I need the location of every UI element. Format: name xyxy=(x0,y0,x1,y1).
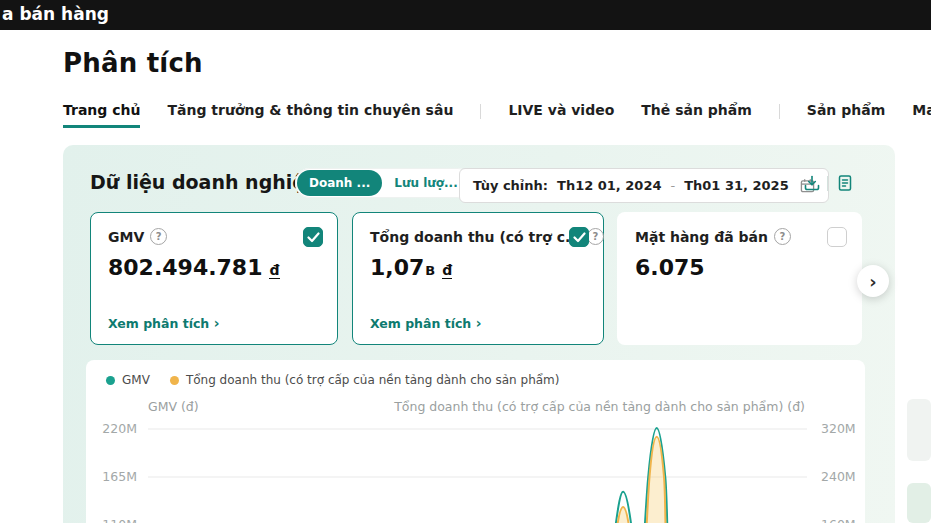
help-icon[interactable]: ? xyxy=(774,228,791,245)
currency-symbol: đ xyxy=(442,263,452,279)
panel-title: Dữ liệu doanh nghiệp xyxy=(90,171,319,193)
svg-text:220M: 220M xyxy=(102,421,137,436)
data-type-toggle: Doanh ... Lưu lượ... xyxy=(295,168,472,198)
date-range-start: Th12 01, 2024 xyxy=(557,178,661,193)
tab-marketing[interactable]: Marketing xyxy=(912,102,931,128)
metric-title: Tổng doanh thu (có trợ c... xyxy=(370,229,581,245)
metric-value: 1,07Bđ xyxy=(370,255,586,280)
top-nav-bar: a bán hàng xyxy=(0,0,931,30)
help-icon[interactable]: ? xyxy=(587,228,604,245)
tab-divider xyxy=(480,104,481,119)
svg-text:320M: 320M xyxy=(821,421,856,436)
line-chart-plot[interactable]: 220M320M165M240M110M160M xyxy=(86,360,865,523)
metric-checkbox[interactable] xyxy=(303,227,323,247)
download-icon[interactable] xyxy=(803,174,821,192)
metric-value: 802.494.781đ xyxy=(108,255,320,280)
metric-card-gmv[interactable]: GMV ? 802.494.781đ Xem phân tích › xyxy=(90,212,338,345)
metric-value: 6.075 xyxy=(635,255,844,280)
analytics-tabs: Trang chủ Tăng trưởng & thông tin chuyên… xyxy=(63,102,931,128)
toolbar-divider xyxy=(827,176,828,191)
metric-title: GMV xyxy=(108,229,144,245)
date-range-separator: - xyxy=(671,178,676,193)
carousel-next-button[interactable]: › xyxy=(857,265,889,297)
tab-live-video[interactable]: LIVE và video xyxy=(508,102,614,128)
report-icon[interactable] xyxy=(836,174,854,192)
business-chart-card: GMV Tổng doanh thu (có trợ cấp của nền t… xyxy=(86,360,865,523)
date-range-label: Tùy chỉnh: xyxy=(473,178,548,193)
chevron-right-icon: › xyxy=(214,315,220,331)
metric-card-items-sold[interactable]: Mặt hàng đã bán ? 6.075 xyxy=(617,212,862,345)
svg-text:160M: 160M xyxy=(821,517,856,523)
side-widget-fragment xyxy=(907,483,931,523)
metric-card-total-revenue[interactable]: Tổng doanh thu (có trợ c... ? 1,07Bđ Xem… xyxy=(352,212,604,345)
analytics-page: a bán hàng Phân tích Trang chủ Tăng trưở… xyxy=(0,0,931,523)
metric-checkbox[interactable] xyxy=(569,227,589,247)
seller-center-title[interactable]: a bán hàng xyxy=(2,1,109,27)
toggle-traffic-segment[interactable]: Lưu lượ... xyxy=(382,170,470,196)
tab-growth-insights[interactable]: Tăng trưởng & thông tin chuyên sâu xyxy=(167,102,453,128)
tab-product-card[interactable]: Thẻ sản phẩm xyxy=(641,102,752,128)
date-range-end: Th01 31, 2025 xyxy=(684,178,788,193)
business-data-panel: Dữ liệu doanh nghiệp Doanh ... Lưu lượ..… xyxy=(63,145,895,523)
page-title: Phân tích xyxy=(63,48,203,78)
currency-symbol: đ xyxy=(269,263,279,279)
date-range-picker[interactable]: Tùy chỉnh: Th12 01, 2024 - Th01 31, 2025 xyxy=(459,168,829,203)
svg-text:110M: 110M xyxy=(102,517,137,523)
metric-checkbox[interactable] xyxy=(827,227,847,247)
metric-title: Mặt hàng đã bán xyxy=(635,229,768,245)
view-analysis-link[interactable]: Xem phân tích › xyxy=(370,315,481,331)
side-widget-fragment xyxy=(907,399,931,461)
svg-text:240M: 240M xyxy=(821,469,856,484)
toggle-revenue-segment[interactable]: Doanh ... xyxy=(297,170,382,196)
help-icon[interactable]: ? xyxy=(150,228,167,245)
tab-products[interactable]: Sản phẩm xyxy=(807,102,885,128)
unit-suffix: B xyxy=(425,263,435,278)
tab-divider xyxy=(779,104,780,119)
chevron-right-icon: › xyxy=(476,315,482,331)
tab-home[interactable]: Trang chủ xyxy=(63,102,140,128)
view-analysis-link[interactable]: Xem phân tích › xyxy=(108,315,219,331)
svg-text:165M: 165M xyxy=(102,469,137,484)
